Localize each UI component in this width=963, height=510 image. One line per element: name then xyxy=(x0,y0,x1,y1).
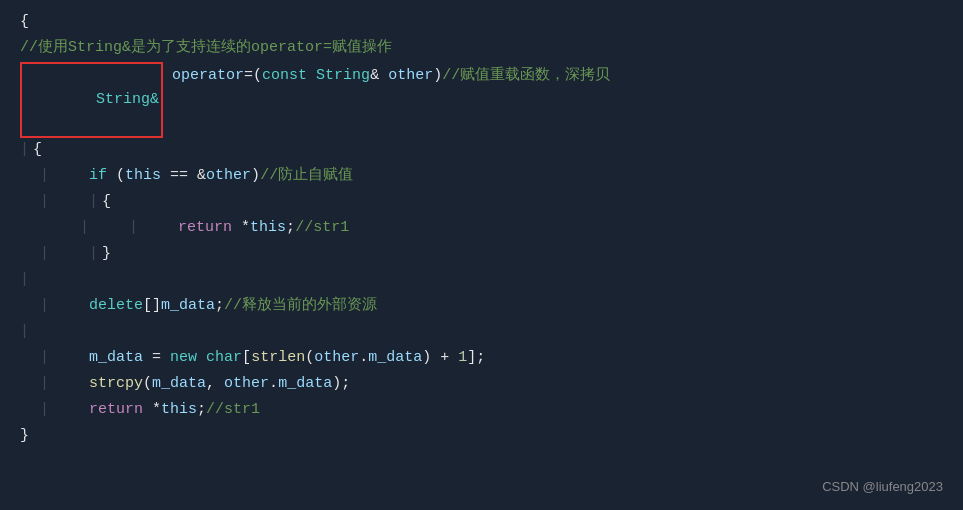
line-delete: | delete [] m_data ; //释放当前的外部资源 xyxy=(20,294,943,320)
highlight-string-ref: String& xyxy=(20,62,163,138)
line-brace-open-3: | | { xyxy=(20,190,943,216)
line-blank-2: | xyxy=(20,320,943,346)
line-return-this-2: | return * this ; //str1 xyxy=(20,398,943,424)
line-if-statement: | if ( this == & other ) //防止自赋值 xyxy=(20,164,943,190)
line-return-this: | | return * this ; //str1 xyxy=(20,216,943,242)
line-comment-1: //使用String&是为了支持连续的operator=赋值操作 xyxy=(20,36,943,62)
code-container: { //使用String&是为了支持连续的operator=赋值操作 Strin… xyxy=(0,0,963,510)
line-function-signature: String& operator =( const String & other… xyxy=(20,62,943,138)
line-brace-close-3: | | } xyxy=(20,242,943,268)
line-blank-1: | xyxy=(20,268,943,294)
code-block: { //使用String&是为了支持连续的operator=赋值操作 Strin… xyxy=(20,10,943,450)
line-open-brace: { xyxy=(20,10,943,36)
line-brace-open-2: | { xyxy=(20,138,943,164)
line-new-char: | m_data = new char [ strlen ( other . m… xyxy=(20,346,943,372)
line-brace-close-final: } xyxy=(20,424,943,450)
line-strcpy: | strcpy ( m_data , other . m_data ); xyxy=(20,372,943,398)
watermark: CSDN @liufeng2023 xyxy=(822,477,943,498)
